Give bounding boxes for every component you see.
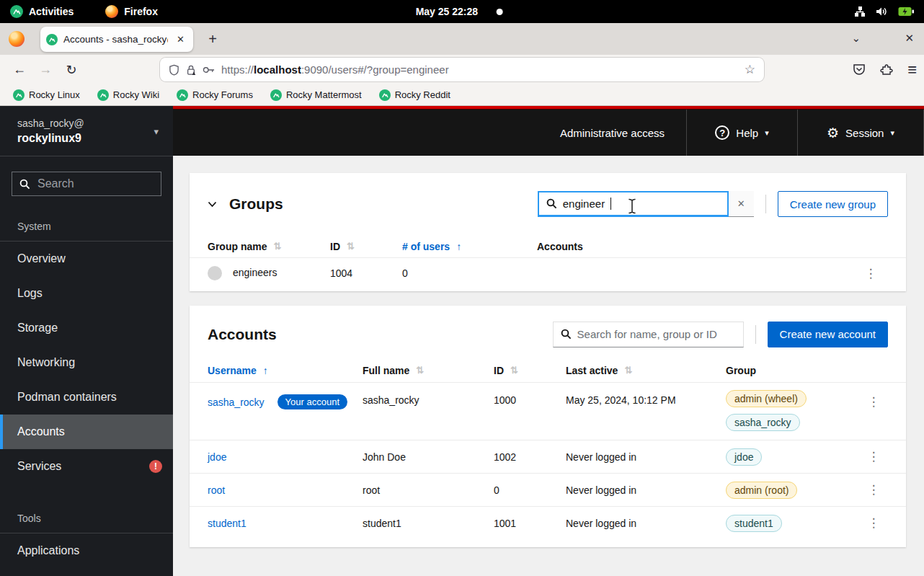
account-row-kebab-menu[interactable]: ⋮ xyxy=(868,515,880,531)
browser-tab[interactable]: Accounts - sasha_rocky@ ✕ xyxy=(40,27,193,52)
sidebar-item-services[interactable]: Services ! xyxy=(0,449,173,484)
bookmark-rocky-wiki[interactable]: Rocky Wiki xyxy=(97,89,159,101)
fullname-cell: sasha_rocky xyxy=(363,383,494,406)
sidebar-item-logs[interactable]: Logs xyxy=(0,276,173,311)
accounts-col-username[interactable]: Username↑ xyxy=(208,365,363,376)
focused-app-menu[interactable]: Firefox xyxy=(105,5,158,18)
groups-col-id[interactable]: ID⇅ xyxy=(330,241,402,252)
system-status-area[interactable] xyxy=(854,6,924,17)
group-pill: admin (wheel) xyxy=(726,390,807,407)
group-avatar-icon xyxy=(208,266,222,280)
tab-title: Accounts - sasha_rocky@ xyxy=(63,34,168,45)
bookmark-favicon-icon xyxy=(13,89,25,101)
new-tab-button[interactable]: + xyxy=(203,30,223,50)
search-icon xyxy=(561,329,572,340)
sidebar-item-accounts[interactable]: Accounts xyxy=(0,415,173,449)
main-content: Groups engineer ✕ Create new group Group… xyxy=(173,156,924,576)
shield-icon[interactable] xyxy=(169,64,179,76)
sort-icon: ⇅ xyxy=(347,241,355,252)
id-cell: 1001 xyxy=(494,518,566,529)
groups-col-group-name[interactable]: Group name⇅ xyxy=(208,241,330,252)
account-row-jdoe: jdoe John Doe 1002 Never logged in jdoe … xyxy=(190,440,906,473)
accounts-col-fullname[interactable]: Full name⇅ xyxy=(363,365,494,376)
accounts-search-input[interactable]: Search for name, group or ID xyxy=(553,322,744,347)
reload-button[interactable]: ↻ xyxy=(61,59,82,81)
sidebar-divider xyxy=(0,156,173,156)
back-button[interactable]: ← xyxy=(9,59,30,81)
search-icon xyxy=(19,179,30,190)
fullname-cell: student1 xyxy=(363,518,494,529)
account-row-kebab-menu[interactable]: ⋮ xyxy=(868,383,880,409)
sidebar-search-input[interactable]: Search xyxy=(12,172,161,196)
accounts-col-last-active[interactable]: Last active⇅ xyxy=(566,365,726,376)
hamburger-menu-icon[interactable]: ≡ xyxy=(907,62,917,78)
account-row-student1: student1 student1 1001 Never logged in s… xyxy=(190,506,906,539)
activities-label: Activities xyxy=(29,6,74,17)
bookmark-rocky-reddit[interactable]: Rocky Reddit xyxy=(379,89,450,101)
group-row-kebab-menu[interactable]: ⋮ xyxy=(865,266,877,281)
id-cell: 1000 xyxy=(494,383,566,406)
sort-icon: ⇅ xyxy=(416,365,424,376)
create-new-account-button[interactable]: Create new account xyxy=(768,322,888,347)
tab-close-icon[interactable]: ✕ xyxy=(174,32,187,46)
tab-strip: Accounts - sasha_rocky@ ✕ + ⌄ ✕ xyxy=(0,23,924,55)
groups-search-clear-button[interactable]: ✕ xyxy=(729,191,754,217)
username-link[interactable]: root xyxy=(208,484,225,496)
sidebar-item-overview[interactable]: Overview xyxy=(0,242,173,276)
bookmark-favicon-icon xyxy=(177,89,188,101)
accounts-col-id[interactable]: ID⇅ xyxy=(494,365,566,376)
sidebar-item-networking[interactable]: Networking xyxy=(0,345,173,380)
bookmark-rocky-forums[interactable]: Rocky Forums xyxy=(177,89,253,101)
account-row-kebab-menu[interactable]: ⋮ xyxy=(868,449,880,464)
help-label: Help xyxy=(736,127,758,139)
groups-search-input[interactable]: engineer xyxy=(538,191,729,217)
id-cell: 0 xyxy=(494,484,566,496)
sidebar-item-podman-containers[interactable]: Podman containers xyxy=(0,380,173,415)
your-account-badge: Your account xyxy=(277,394,347,409)
firefox-view-icon[interactable] xyxy=(9,31,25,47)
groups-table-row: engineers 1004 0 ⋮ xyxy=(190,257,906,288)
bookmark-rocky-mattermost[interactable]: Rocky Mattermost xyxy=(270,89,362,101)
extensions-puzzle-icon[interactable] xyxy=(880,63,893,76)
groups-col-num-users[interactable]: # of users↑ xyxy=(402,241,537,252)
group-pills: admin (wheel) sasha_rocky xyxy=(726,383,859,440)
sidebar-item-applications[interactable]: Applications xyxy=(0,533,173,568)
lock-warning-icon[interactable] xyxy=(186,64,196,76)
pocket-icon[interactable] xyxy=(853,63,866,76)
create-new-group-button[interactable]: Create new group xyxy=(778,191,888,217)
divider xyxy=(765,195,766,213)
host-switcher[interactable]: sasha_rocky@ rockylinux9 ▾ xyxy=(0,106,173,156)
username-link[interactable]: sasha_rocky xyxy=(208,396,265,408)
key-icon[interactable] xyxy=(203,66,215,74)
last-active-cell: May 25, 2024, 10:12 PM xyxy=(566,383,726,406)
sidebar-item-storage[interactable]: Storage xyxy=(0,311,173,345)
fullname-cell: John Doe xyxy=(363,451,494,463)
url-bar[interactable]: https://localhost:9090/users#/?group=eng… xyxy=(160,58,764,81)
bookmark-favicon-icon xyxy=(97,89,109,101)
sort-active-icon: ↑ xyxy=(456,241,461,252)
bookmark-rocky-linux[interactable]: Rocky Linux xyxy=(13,89,80,101)
username-link[interactable]: student1 xyxy=(208,518,246,529)
session-menu[interactable]: ⚙ Session ▾ xyxy=(797,110,924,156)
sort-active-icon: ↑ xyxy=(263,365,268,376)
search-icon xyxy=(546,198,557,209)
sidebar-hostname: rockylinux9 xyxy=(17,130,159,146)
forward-button[interactable]: → xyxy=(35,59,56,81)
bookmark-star-icon[interactable]: ☆ xyxy=(745,62,755,77)
browser-toolbar: ← → ↻ https://localhost:9090/users#/?gro… xyxy=(0,55,924,84)
administrative-access-button[interactable]: Administrative access xyxy=(560,127,665,139)
clock[interactable]: May 25 22:28 xyxy=(416,6,503,17)
activities-button[interactable]: Activities xyxy=(0,5,74,18)
group-name-cell: engineers xyxy=(208,266,330,280)
window-close-icon[interactable]: ✕ xyxy=(905,32,914,45)
account-row-kebab-menu[interactable]: ⋮ xyxy=(868,482,880,497)
list-tabs-chevron-icon[interactable]: ⌄ xyxy=(851,32,861,45)
username-link[interactable]: jdoe xyxy=(208,451,226,463)
session-caret-down-icon: ▾ xyxy=(890,128,894,138)
last-active-cell: Never logged in xyxy=(566,518,726,529)
help-menu[interactable]: ? Help ▾ xyxy=(686,110,797,156)
session-label: Session xyxy=(845,127,884,139)
groups-collapse-chevron-icon[interactable] xyxy=(208,201,217,208)
volume-icon xyxy=(876,6,888,17)
battery-icon xyxy=(898,6,914,17)
